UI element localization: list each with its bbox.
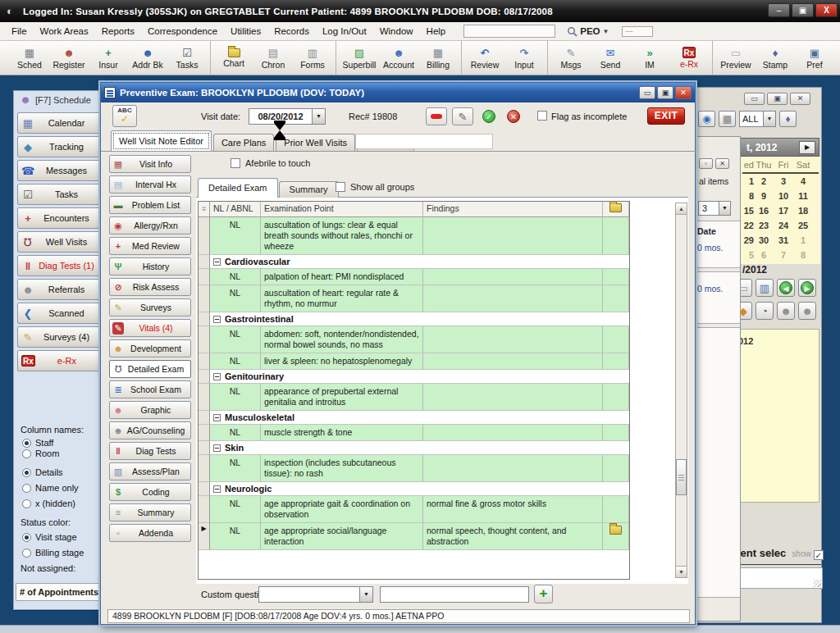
exam-group-cell[interactable]: Neurologic — [210, 482, 629, 496]
accept-button[interactable]: ✓ — [478, 107, 500, 125]
exam-group-row[interactable]: Musculoskeletal — [199, 411, 629, 425]
rwin-minimize-button[interactable]: ▭ — [744, 93, 765, 105]
row-selector-cell[interactable] — [199, 482, 210, 496]
calendar-day[interactable]: 29 — [742, 233, 754, 248]
nl-abnl-cell[interactable]: NL — [210, 353, 261, 370]
radio-details[interactable]: Details — [22, 467, 63, 477]
findings-cell[interactable] — [423, 326, 603, 353]
findings-cell[interactable] — [423, 425, 603, 441]
exam-item-row[interactable]: NLage appropriate gait & coordination on… — [199, 496, 629, 523]
nav-button-vitals-4-[interactable]: ✎Vitals (4) — [109, 319, 191, 337]
sidebar-item-surveys-4-[interactable]: ✎Surveys (4) — [17, 326, 103, 348]
rwin-filter-combo[interactable]: ALL ▼ — [739, 111, 776, 127]
sidebar-item-messages[interactable]: ☎Messages — [17, 160, 103, 181]
toolbar-button-stamp[interactable]: ♦Stamp — [756, 41, 795, 75]
calendar-day[interactable]: 3 — [774, 174, 793, 189]
exam-group-cell[interactable]: Gastrointestinal — [210, 312, 629, 326]
row-selector-cell[interactable] — [199, 312, 210, 326]
calendar-day[interactable]: 22 — [742, 218, 754, 233]
toolbar-button-input[interactable]: ↷Input — [504, 41, 544, 75]
patient-select-input[interactable] — [736, 567, 823, 589]
menu-item-help[interactable]: Help — [420, 24, 453, 39]
notes-cell[interactable] — [603, 425, 629, 441]
menu-item-log-in-out[interactable]: Log In/Out — [316, 24, 373, 39]
edit-button[interactable]: ✎ — [452, 107, 473, 125]
findings-cell[interactable]: normal speech, thought content, and abst… — [423, 523, 603, 550]
toolbar-button-pref[interactable]: ▣Pref — [795, 41, 834, 75]
nav-button-diag-tests[interactable]: ‖Diag Tests — [109, 442, 191, 460]
nav-button-development[interactable]: ☻Development — [109, 339, 191, 357]
nav-button-allergy-rxn[interactable]: ◉Allergy/Rxn — [109, 216, 191, 235]
visit-date-combo[interactable]: 08/20/2012 ▼ — [249, 108, 326, 125]
menu-item-correspondence[interactable]: Correspondence — [141, 24, 224, 39]
spellcheck-button[interactable]: ABC✓ — [112, 105, 137, 127]
exam-scrollbar[interactable]: ▲ ▼ — [675, 203, 687, 578]
rwin-maximize-button[interactable]: ▣ — [767, 93, 788, 105]
toolbar-button-im[interactable]: »IM — [630, 41, 669, 75]
nl-abnl-cell[interactable]: NL — [210, 455, 261, 482]
exam-point-cell[interactable]: age appropriate gait & coordination on o… — [261, 496, 423, 523]
notes-cell[interactable] — [603, 455, 629, 482]
exam-point-cell[interactable]: age appropriate social/language interact… — [261, 523, 423, 550]
exit-button[interactable]: EXIT — [647, 107, 685, 125]
findings-cell[interactable] — [423, 353, 603, 370]
exam-point-cell[interactable]: inspection (includes subcutaneous tissue… — [261, 455, 423, 482]
rwin-button-columns-icon[interactable]: ▥ — [756, 279, 774, 297]
exam-item-row[interactable]: NLmuscle strength & tone — [199, 425, 629, 441]
calendar-day[interactable]: 31 — [774, 233, 793, 248]
exam-point-cell[interactable]: appearance of prepubertal external genit… — [261, 384, 423, 411]
radio-x-hidden-[interactable]: x (hidden) — [22, 499, 75, 508]
notes-cell[interactable] — [603, 523, 629, 550]
calendar-day[interactable]: 1 — [793, 233, 813, 248]
sidebar-item-calendar[interactable]: ▦Calendar — [17, 112, 103, 134]
toolbar-button-msgs[interactable]: ✎Msgs — [551, 41, 591, 75]
menu-item-window[interactable]: Window — [373, 24, 420, 39]
scroll-up-icon[interactable]: ▲ — [676, 203, 687, 215]
exam-group-cell[interactable]: Genitourinary — [210, 370, 629, 384]
radio-billing-stage[interactable]: Billing stage — [22, 548, 84, 558]
exam-tab-summary[interactable]: Summary — [279, 181, 339, 198]
calendar-day[interactable]: 16 — [754, 203, 774, 218]
rwin-close-button[interactable]: ✕ — [790, 93, 810, 105]
notes-cell[interactable] — [603, 326, 629, 353]
sidebar-item-tracking[interactable]: ◆Tracking — [17, 136, 103, 157]
row-selector-cell[interactable] — [199, 455, 210, 482]
rwin-button-person-icon[interactable]: ☻ — [777, 302, 795, 320]
row-selector-cell[interactable] — [199, 384, 210, 411]
notes-cell[interactable] — [603, 217, 629, 255]
toolbar-button-chart[interactable]: Chart — [214, 41, 253, 75]
show-all-groups-checkbox[interactable] — [336, 182, 345, 192]
notes-cell[interactable] — [603, 285, 629, 312]
calendar-next-month-button[interactable]: ▶ — [799, 141, 815, 154]
exam-item-row[interactable]: NLinspection (includes subcutaneous tiss… — [199, 455, 629, 482]
rwin-button-next-icon[interactable]: ▶ — [798, 279, 816, 297]
calendar-day[interactable]: 25 — [793, 218, 813, 233]
flag-incomplete-checkbox[interactable] — [537, 111, 547, 121]
show-checkbox[interactable]: ✓ — [814, 550, 824, 560]
menu-item-file[interactable]: File — [5, 24, 34, 39]
menu-mini-box[interactable]: — — [622, 26, 653, 37]
nl-abnl-cell[interactable]: NL — [210, 384, 261, 411]
exam-point-cell[interactable]: palpation of heart: PMI nondisplaced — [261, 269, 423, 285]
items-count-combo[interactable]: 3 ▼ — [698, 201, 731, 216]
findings-cell[interactable] — [423, 285, 603, 312]
collapse-icon[interactable] — [213, 258, 221, 266]
notes-cell[interactable] — [603, 496, 629, 523]
nav-button-ag-counseling[interactable]: ☻AG/Counseling — [109, 421, 191, 439]
radio-staff[interactable]: Staff — [22, 438, 53, 448]
app-minimize-button[interactable]: – — [768, 3, 790, 17]
row-selector-cell[interactable] — [199, 411, 210, 425]
exam-point-cell[interactable]: liver & spleen: no hepatosplenomegaly — [261, 353, 423, 370]
toolbar-button-tasks[interactable]: ☑Tasks — [167, 41, 207, 75]
sidebar-item-tasks[interactable]: ☑Tasks — [17, 184, 103, 205]
row-selector-cell[interactable]: ▶ — [199, 523, 210, 550]
dialog-minimize-button[interactable]: ▭ — [639, 86, 655, 99]
nav-button-school-exam[interactable]: ≣School Exam — [109, 380, 191, 398]
app-maximize-button[interactable]: ▣ — [792, 3, 814, 17]
toolbar-button-sched[interactable]: ▦Sched — [10, 41, 49, 75]
exam-item-row[interactable]: NLappearance of prepubertal external gen… — [199, 384, 629, 411]
tab-prior-well-visits[interactable]: Prior Well Visits — [276, 134, 355, 152]
remove-button[interactable] — [426, 107, 447, 125]
rwin-button-clock-icon[interactable]: ◔ — [756, 302, 774, 320]
nav-button-detailed-exam[interactable]: ℧Detailed Exam — [109, 360, 191, 378]
